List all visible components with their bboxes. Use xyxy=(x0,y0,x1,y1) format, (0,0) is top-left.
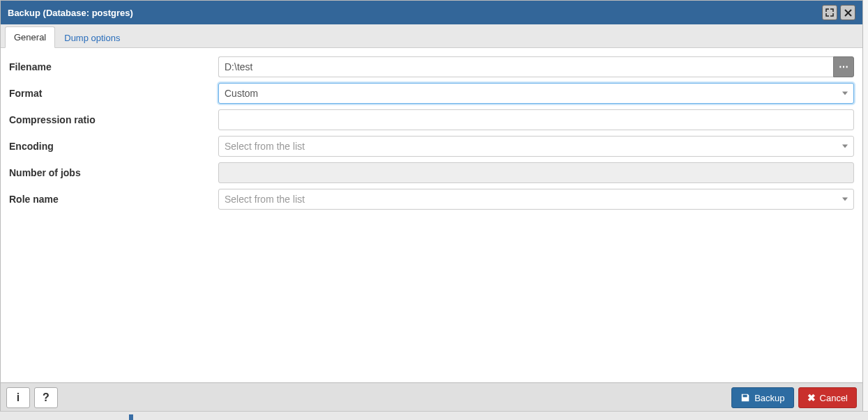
background-strip xyxy=(0,411,868,420)
role-placeholder: Select from the list xyxy=(224,194,305,205)
format-value: Custom xyxy=(224,88,258,99)
role-select[interactable]: Select from the list xyxy=(218,189,854,210)
filename-input[interactable] xyxy=(218,56,833,77)
tab-bar: General Dump options xyxy=(1,24,862,48)
compression-input[interactable] xyxy=(218,109,854,130)
chevron-down-icon xyxy=(842,92,848,95)
row-jobs: Number of jobs xyxy=(9,162,854,183)
cancel-button-label: Cancel xyxy=(820,393,848,403)
save-icon xyxy=(740,393,750,403)
cancel-icon: ✖ xyxy=(807,392,816,403)
dialog-footer: i ? Backup ✖ Cancel xyxy=(1,382,862,412)
close-icon xyxy=(844,9,852,17)
title-bar: Backup (Database: postgres) xyxy=(1,1,862,24)
close-button[interactable] xyxy=(840,5,855,20)
label-jobs: Number of jobs xyxy=(9,164,218,181)
row-format: Format Custom xyxy=(9,83,854,104)
dialog-title: Backup (Database: postgres) xyxy=(8,8,819,18)
maximize-icon xyxy=(825,8,834,17)
help-icon: ? xyxy=(43,391,50,404)
label-filename: Filename xyxy=(9,59,218,75)
background-accent xyxy=(129,414,133,420)
jobs-input xyxy=(218,162,854,183)
row-encoding: Encoding Select from the list xyxy=(9,136,854,157)
encoding-select[interactable]: Select from the list xyxy=(218,136,854,157)
label-format: Format xyxy=(9,85,218,102)
info-button[interactable]: i xyxy=(6,387,30,408)
help-button[interactable]: ? xyxy=(34,387,58,408)
row-filename: Filename ⋯ xyxy=(9,56,854,77)
encoding-placeholder: Select from the list xyxy=(224,141,305,152)
backup-dialog: Backup (Database: postgres) General Dump… xyxy=(0,0,863,413)
backup-button[interactable]: Backup xyxy=(731,387,793,408)
label-encoding: Encoding xyxy=(9,138,218,155)
maximize-button[interactable] xyxy=(822,5,837,20)
chevron-down-icon xyxy=(842,198,848,201)
ellipsis-icon: ⋯ xyxy=(839,61,848,72)
backup-button-label: Backup xyxy=(754,393,784,403)
info-icon: i xyxy=(17,391,20,404)
label-compression: Compression ratio xyxy=(9,111,218,128)
label-role: Role name xyxy=(9,191,218,208)
row-compression: Compression ratio xyxy=(9,109,854,130)
chevron-down-icon xyxy=(842,145,848,148)
tab-general[interactable]: General xyxy=(5,26,55,48)
tab-dump-options[interactable]: Dump options xyxy=(55,27,129,48)
format-select[interactable]: Custom xyxy=(218,83,854,104)
browse-button[interactable]: ⋯ xyxy=(833,56,854,77)
form-panel: Filename ⋯ Format Custom Compression rat… xyxy=(1,48,862,382)
row-role: Role name Select from the list xyxy=(9,189,854,210)
cancel-button[interactable]: ✖ Cancel xyxy=(798,387,857,408)
